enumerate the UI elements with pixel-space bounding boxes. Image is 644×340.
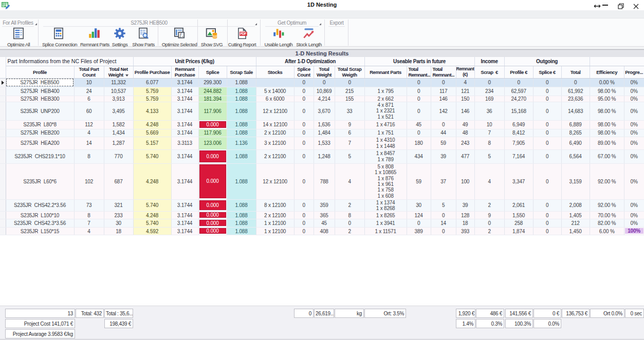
svg-text:PDF: PDF <box>240 32 246 35</box>
